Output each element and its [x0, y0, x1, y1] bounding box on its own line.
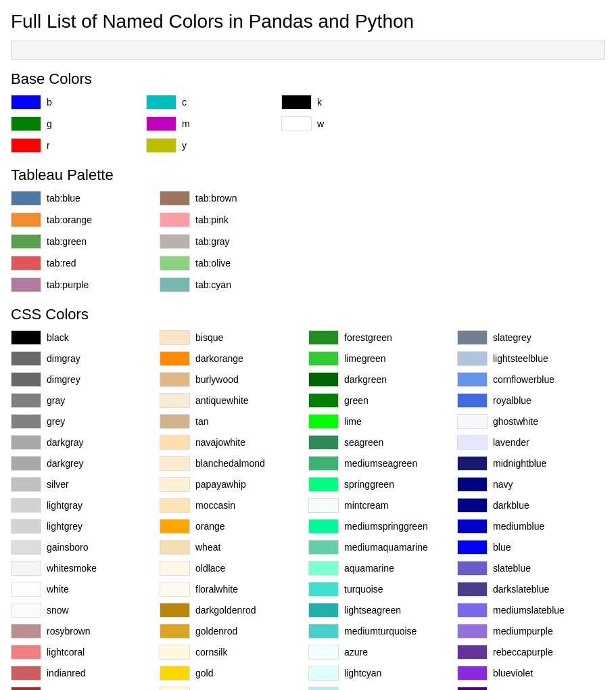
list-item: tab:cyan: [160, 277, 288, 292]
color-name: midnightblue: [493, 458, 546, 469]
color-name: cornsilk: [195, 647, 227, 658]
color-name: mediumturquoise: [344, 626, 417, 637]
color-swatch: [160, 330, 190, 345]
list-item: brown: [11, 687, 139, 690]
list-item: tab:red: [11, 256, 139, 271]
color-name: limegreen: [344, 353, 385, 364]
color-name: lightseagreen: [344, 605, 401, 616]
color-swatch: [308, 540, 339, 555]
list-item: turquoise: [308, 582, 437, 597]
color-name: mediumblue: [493, 521, 544, 532]
color-swatch: [146, 95, 176, 110]
list-item: tab:orange: [11, 212, 139, 227]
color-swatch: [308, 666, 339, 681]
color-swatch: [457, 645, 488, 660]
list-item: wheat: [160, 540, 288, 555]
tableau-grid: tab:bluetab:browntab:orangetab:pinktab:g…: [11, 191, 605, 296]
list-item: bisque: [160, 330, 288, 345]
color-swatch: [457, 414, 488, 429]
list-item: cornsilk: [160, 645, 288, 660]
color-swatch: [457, 372, 488, 387]
list-item: indianred: [11, 666, 139, 681]
list-item: snow: [11, 603, 139, 618]
color-name: c: [182, 97, 187, 108]
color-name: burlywood: [195, 374, 239, 385]
color-name: darkgrey: [47, 458, 83, 469]
color-name: darkgray: [47, 437, 83, 448]
list-item: lightsteelblue: [457, 351, 586, 366]
base-colors-grid: bckgmwry: [11, 95, 605, 157]
color-name: darkgoldenrod: [195, 605, 256, 616]
color-swatch: [160, 582, 190, 597]
color-swatch: [11, 330, 41, 345]
color-swatch: [308, 519, 339, 534]
color-swatch: [308, 456, 339, 471]
color-name: lightsteelblue: [493, 353, 548, 364]
list-item: mediumpurple: [457, 624, 586, 639]
color-swatch: [160, 277, 190, 292]
css-grid: blackbisqueforestgreenslategreydimgrayda…: [11, 330, 605, 690]
color-name: blue: [493, 542, 511, 553]
color-name: navajowhite: [195, 437, 245, 448]
color-name: y: [182, 140, 187, 151]
color-name: grey: [47, 416, 65, 427]
color-swatch: [160, 414, 190, 429]
color-name: dimgray: [47, 353, 80, 364]
list-item: royalblue: [457, 393, 586, 408]
list-item: green: [308, 393, 437, 408]
search-bar[interactable]: [11, 41, 605, 60]
color-name: rebeccapurple: [493, 647, 553, 658]
list-item: papayawhip: [160, 477, 288, 492]
list-item: r: [11, 138, 126, 153]
color-swatch: [11, 351, 41, 366]
list-item: gray: [11, 393, 139, 408]
color-name: moccasin: [195, 500, 235, 511]
color-swatch: [11, 138, 41, 153]
color-name: silver: [47, 479, 69, 490]
list-item: mediumblue: [457, 519, 586, 534]
color-swatch: [308, 330, 339, 345]
color-name: tab:blue: [47, 193, 80, 204]
color-swatch: [11, 519, 41, 534]
color-name: mintcream: [344, 500, 388, 511]
list-item: tab:gray: [160, 234, 288, 249]
list-item: aquamarine: [308, 561, 437, 576]
list-item: rebeccapurple: [457, 645, 586, 660]
list-item: seagreen: [308, 435, 437, 450]
list-item: indigo: [457, 687, 586, 690]
color-name: gainsboro: [47, 542, 89, 553]
color-name: tab:olive: [195, 258, 231, 269]
color-swatch: [457, 561, 488, 576]
color-name: slateblue: [493, 563, 531, 574]
color-swatch: [11, 477, 41, 492]
list-item: forestgreen: [308, 330, 437, 345]
color-name: snow: [47, 605, 69, 616]
color-swatch: [457, 456, 488, 471]
list-item: dimgray: [11, 351, 139, 366]
color-swatch: [11, 435, 41, 450]
list-item: dimgrey: [11, 372, 139, 387]
list-item: moccasin: [160, 498, 288, 513]
list-item: mediumseagreen: [308, 456, 437, 471]
color-name: royalblue: [493, 395, 531, 406]
color-name: green: [344, 395, 369, 406]
color-name: blueviolet: [493, 668, 533, 678]
color-name: r: [47, 140, 50, 151]
color-name: oldlace: [195, 563, 225, 574]
list-item: tan: [160, 414, 288, 429]
color-name: lavender: [493, 437, 529, 448]
list-item: mediumspringgreen: [308, 519, 437, 534]
list-item: gainsboro: [11, 540, 139, 555]
color-swatch: [308, 687, 339, 690]
list-item: mintcream: [308, 498, 437, 513]
color-swatch: [308, 561, 339, 576]
tableau-heading: Tableau Palette: [11, 166, 605, 184]
list-item: floralwhite: [160, 582, 288, 597]
color-name: m: [182, 118, 190, 129]
color-name: tab:purple: [47, 279, 89, 290]
color-name: goldenrod: [195, 626, 237, 637]
list-item: g: [11, 116, 126, 131]
list-item: cornflowerblue: [457, 372, 586, 387]
color-name: navy: [493, 479, 513, 490]
color-swatch: [457, 435, 488, 450]
